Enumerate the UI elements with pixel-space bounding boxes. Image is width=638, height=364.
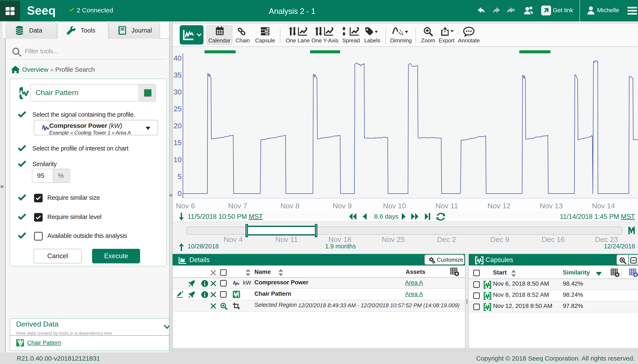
svg-text:Seeq: Seeq xyxy=(27,5,56,17)
